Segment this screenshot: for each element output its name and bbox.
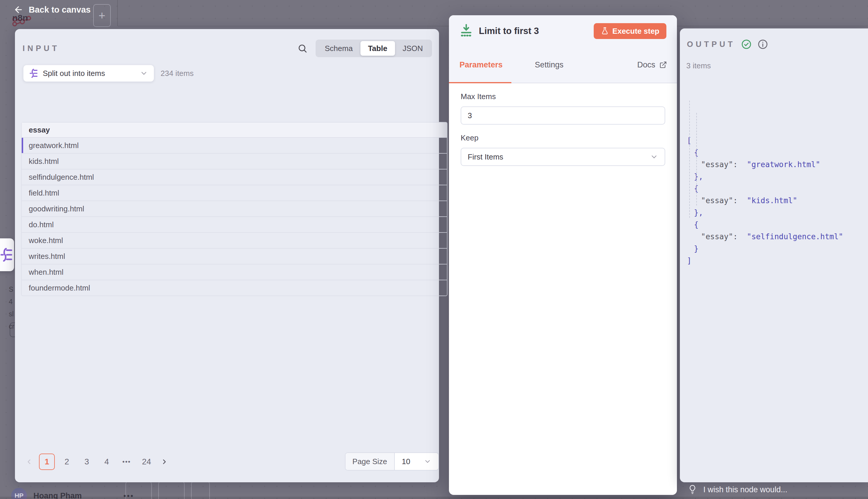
page-size-value: 10 <box>402 457 410 466</box>
parameters-form: Max Items3KeepFirst Items <box>461 83 665 166</box>
field-max-items: Max Items3 <box>461 92 665 125</box>
app-root: n8n Back to canvas + S 4 sl cr HP Hoang … <box>0 0 868 499</box>
split-out-node-card[interactable] <box>0 238 14 271</box>
input-panel: INPUT SchemaTableJSON Split out into ite… <box>15 29 439 482</box>
input-items-count: 234 items <box>161 69 194 78</box>
json-line: [ <box>687 135 843 147</box>
pagination: 1234•••24 <box>23 453 170 470</box>
modal-header: Limit to first 3 Execute step <box>449 15 677 47</box>
page-ellipsis[interactable]: ••• <box>119 453 135 470</box>
chevron-down-icon <box>650 153 658 161</box>
json-line: } <box>687 243 843 255</box>
prev-page-button[interactable] <box>23 453 35 470</box>
docs-link[interactable]: Docs <box>637 47 667 83</box>
node-wish-bar[interactable]: I wish this node would... <box>680 482 868 497</box>
input-source-label: Split out into items <box>43 69 140 78</box>
table-row[interactable]: greatwork.html <box>22 138 447 154</box>
flask-icon <box>601 27 609 35</box>
json-line: }, <box>687 207 843 219</box>
chevron-down-icon <box>140 69 148 77</box>
chevron-left-icon <box>25 458 33 465</box>
json-token: { <box>694 220 699 229</box>
canvas-button-3 <box>191 481 210 499</box>
info-icon[interactable] <box>757 39 768 50</box>
external-link-icon <box>659 61 667 69</box>
page-buttons: 1234•••24 <box>39 453 154 470</box>
field-value: 3 <box>468 111 472 120</box>
field-label: Max Items <box>461 92 665 101</box>
back-to-canvas-button[interactable]: Back to canvas <box>13 5 90 15</box>
page-button-2[interactable]: 2 <box>59 453 75 470</box>
node-title[interactable]: Limit to first 3 <box>479 26 594 36</box>
search-button[interactable] <box>297 44 307 53</box>
json-token: }, <box>694 208 703 217</box>
indent-guide <box>689 100 690 218</box>
table-row[interactable]: do.html <box>22 217 447 233</box>
docs-label: Docs <box>637 60 655 70</box>
json-token: ] <box>687 256 692 265</box>
table-row[interactable]: goodwriting.html <box>22 201 447 217</box>
search-icon <box>297 44 307 53</box>
output-json-view: [{"essay": "greatwork.html"},{"essay": "… <box>687 86 843 267</box>
tab-parameters[interactable]: Parameters <box>459 47 503 83</box>
page-button-4[interactable]: 4 <box>99 453 115 470</box>
input-source-selector[interactable]: Split out into items <box>23 65 154 82</box>
page-size-select[interactable]: 10 <box>395 453 438 470</box>
page-size-control: Page Size 10 <box>345 452 439 471</box>
max-items-input[interactable]: 3 <box>461 107 665 125</box>
keep-select[interactable]: First Items <box>461 148 665 166</box>
table-row[interactable]: writes.html <box>22 248 447 265</box>
json-token: "essay" <box>701 232 733 241</box>
input-panel-title: INPUT <box>23 44 60 53</box>
field-value: First Items <box>468 153 503 161</box>
execute-step-label: Execute step <box>612 27 659 36</box>
json-line: { <box>687 147 843 159</box>
new-workflow-plus-button[interactable]: + <box>93 4 111 27</box>
table-row[interactable]: woke.html <box>22 233 447 248</box>
field-keep: KeepFirst Items <box>461 133 665 166</box>
json-token: : <box>733 196 747 205</box>
split-out-icon <box>29 68 38 78</box>
table-row[interactable]: when.html <box>22 265 447 280</box>
json-line: "essay": "selfindulgence.html" <box>687 231 843 243</box>
table-row[interactable]: selfindulgence.html <box>22 169 447 185</box>
back-to-canvas-label: Back to canvas <box>29 5 90 15</box>
display-tab-json[interactable]: JSON <box>395 41 431 56</box>
table-body: greatwork.htmlkids.htmlselfindulgence.ht… <box>22 138 447 295</box>
display-tab-table[interactable]: Table <box>360 41 395 56</box>
arrow-left-icon <box>13 5 23 15</box>
table-row[interactable]: foundermode.html <box>22 280 447 295</box>
lightbulb-icon <box>688 485 697 495</box>
wish-text: I wish this node would... <box>703 485 788 494</box>
json-token: }, <box>694 172 703 181</box>
json-token: : <box>733 160 747 169</box>
indent-guide <box>696 113 697 206</box>
output-panel-title: OUTPUT <box>687 40 735 49</box>
execute-step-button[interactable]: Execute step <box>594 23 666 39</box>
output-panel: OUTPUT 3 items [{"essay": "greatwork.htm… <box>680 28 868 482</box>
json-line: }, <box>687 171 843 183</box>
page-button-24[interactable]: 24 <box>139 453 154 470</box>
json-token: } <box>694 244 699 253</box>
plus-glyph: + <box>98 9 105 22</box>
page-button-1[interactable]: 1 <box>39 453 55 470</box>
limit-node-icon <box>459 23 473 39</box>
json-token: "kids.html" <box>747 196 797 205</box>
header-divider-vertical <box>117 0 118 26</box>
json-token: : <box>733 232 747 241</box>
output-items-count: 3 items <box>686 61 711 70</box>
chevron-down-icon <box>424 458 431 465</box>
bottom-strip <box>0 497 868 499</box>
table-row[interactable]: kids.html <box>22 154 447 169</box>
json-line: { <box>687 219 843 231</box>
next-page-button[interactable] <box>159 453 170 470</box>
json-line: "essay": "greatwork.html" <box>687 159 843 171</box>
display-tab-schema[interactable]: Schema <box>317 41 360 56</box>
json-line: ] <box>687 255 843 267</box>
table-row[interactable]: field.html <box>22 185 447 201</box>
json-token: "essay" <box>701 160 733 169</box>
tab-settings[interactable]: Settings <box>535 47 563 83</box>
split-out-node-icon <box>1 247 12 263</box>
page-button-3[interactable]: 3 <box>79 453 95 470</box>
node-detail-modal: Limit to first 3 Execute step Parameters… <box>449 15 677 495</box>
